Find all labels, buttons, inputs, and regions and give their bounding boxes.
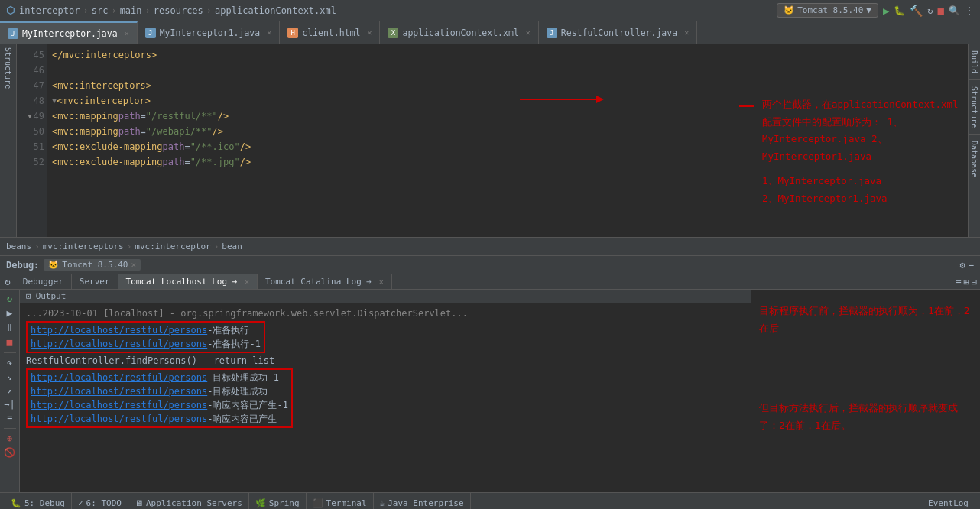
editor-tabs: J MyInterceptor.java ✕ J MyInterceptor1.…: [0, 21, 980, 44]
link-2[interactable]: http://localhost/restful/persons: [31, 339, 207, 349]
debug-action-2[interactable]: ⊞: [964, 277, 969, 287]
annotation-before: 目标程序执行前，拦截器的执行顺为，1在前，2在后: [759, 302, 972, 338]
reload-button[interactable]: ↻: [927, 5, 933, 16]
stop-button[interactable]: ■: [938, 5, 944, 17]
debug-header-controls: ⚙ −: [960, 260, 974, 271]
tab-myinterceptor1[interactable]: J MyInterceptor1.java ✕: [138, 21, 281, 44]
close-server[interactable]: ✕: [131, 260, 136, 270]
debug-action-1[interactable]: ≡: [956, 277, 961, 287]
breadcrumb-beans: beans: [6, 242, 31, 251]
java-icon: J: [8, 28, 18, 39]
run-to-cursor-btn[interactable]: →|: [4, 399, 15, 410]
step-out-btn[interactable]: ↗: [7, 385, 12, 396]
tab-server[interactable]: Server: [72, 274, 118, 289]
output-icon: ⊡: [26, 291, 31, 301]
structure-label[interactable]: Structure: [4, 47, 12, 89]
link-4[interactable]: http://localhost/restful/persons: [31, 386, 207, 397]
java-icon2: J: [145, 28, 156, 38]
todo-icon: ✓: [78, 498, 83, 508]
breadcrumb: beans › mvc:interceptors › mvc:intercept…: [0, 237, 980, 255]
build-button[interactable]: 🔨: [910, 5, 923, 17]
status-todo[interactable]: ✓ 6: TODO: [72, 493, 128, 509]
tomcat-server-label: 🐱 Tomcat 8.5.40 ✕: [44, 259, 141, 271]
search-button[interactable]: 🔍: [949, 5, 960, 16]
tab-close-myinterceptor[interactable]: ✕: [125, 29, 129, 37]
status-debug[interactable]: 🐛 5: Debug: [5, 493, 72, 509]
tab-appcontext[interactable]: X applicationContext.xml ✕: [380, 21, 538, 44]
resume-btn[interactable]: ▶: [7, 307, 13, 319]
status-spring[interactable]: 🌿 Spring: [249, 493, 307, 509]
tab-client[interactable]: H client.html ✕: [280, 21, 380, 44]
code-line-49: <mvc:mapping path="/restful/**"/>: [52, 109, 749, 124]
status-terminal[interactable]: ⬛ Terminal: [307, 493, 374, 509]
code-line-45: </mvc:interceptors>: [52, 47, 749, 63]
close-localhost-log[interactable]: ✕: [245, 277, 249, 286]
console-line-4: http://localhost/restful/persons-目标处理成功: [31, 384, 288, 398]
app-name: interceptor › src › main › resources › a…: [19, 5, 336, 16]
debug-label: Debug:: [6, 260, 39, 271]
java-enterprise-icon: ☕: [380, 498, 385, 508]
line-numbers: 45 46 47 48 ▼49 50 51 52: [17, 44, 47, 237]
run-button[interactable]: ▶: [883, 5, 889, 17]
tab-close-1[interactable]: ✕: [267, 28, 271, 37]
mute-breakpoints-btn[interactable]: 🚫: [4, 447, 15, 458]
tab-restful[interactable]: J RestfulController.java ✕: [539, 21, 697, 44]
stop-debug-btn[interactable]: ■: [7, 336, 13, 348]
console-line-1: http://localhost/restful/persons-准备执行: [31, 323, 261, 337]
tab-close-rest[interactable]: ✕: [684, 28, 689, 37]
debug-tabs-row: ↻ Debugger Server Tomcat Localhost Log →…: [0, 274, 980, 290]
more-button[interactable]: ⋮: [965, 5, 974, 16]
left-gutter: Structure: [0, 44, 17, 237]
app-icon: ⬡: [6, 5, 15, 16]
code-line-47: <mvc:interceptors>: [52, 78, 749, 93]
step-over-btn[interactable]: ↷: [7, 358, 12, 368]
tab-debugger[interactable]: Debugger: [15, 274, 72, 289]
status-app-servers[interactable]: 🖥 Application Servers: [128, 493, 249, 509]
evaluate-btn[interactable]: ≡: [7, 413, 12, 423]
debug-action-3[interactable]: ⊟: [972, 277, 977, 287]
link-6[interactable]: http://localhost/restful/persons: [31, 413, 207, 424]
tab-close-appcontext[interactable]: ✕: [526, 28, 531, 37]
pause-btn[interactable]: ⏸: [5, 322, 15, 333]
annotation-panel: 两个拦截器，在applicationContext.xml配置文件中的配置顺序为…: [754, 44, 968, 237]
console-line-6: http://localhost/restful/persons-响应内容已产生: [31, 412, 288, 426]
tab-tomcat-localhost[interactable]: Tomcat Localhost Log → ✕: [118, 274, 258, 289]
link-1[interactable]: http://localhost/restful/persons: [31, 325, 207, 336]
breadcrumb-interceptors: mvc:interceptors: [43, 242, 124, 251]
server-icon: 🖥: [135, 498, 143, 508]
tomcat-selector[interactable]: 🐱 Tomcat 8.5.40 ▼: [777, 3, 878, 18]
code-line-48: ▼ <mvc:interceptor>: [52, 93, 749, 109]
console-line-plain: RestfulController.findPersons() - return…: [26, 354, 745, 368]
breakpoint-btn[interactable]: ⊛: [7, 433, 12, 444]
refresh-debug-btn[interactable]: ↻: [0, 276, 15, 287]
minimize-icon[interactable]: −: [969, 260, 974, 271]
title-bar-right: 🐱 Tomcat 8.5.40 ▼ ▶ 🐛 🔨 ↻ ■ 🔍 ⋮: [777, 3, 974, 18]
tab-myinterceptor[interactable]: J MyInterceptor.java ✕: [0, 21, 138, 44]
step-into-btn[interactable]: ↘: [7, 371, 12, 382]
terminal-icon: ⬛: [313, 498, 323, 508]
status-java-enterprise[interactable]: ☕ Java Enterprise: [374, 493, 471, 509]
tomcat-icon-debug: 🐱: [48, 260, 59, 270]
code-line-52: <mvc:exclude-mapping path="/**.jpg"/>: [52, 154, 749, 170]
tab-tomcat-catalina[interactable]: Tomcat Catalina Log → ✕: [258, 274, 392, 289]
build-tab[interactable]: Build: [969, 44, 980, 80]
right-side-tabs: Build Structure Database: [968, 44, 980, 237]
restart-btn[interactable]: ↻: [7, 293, 13, 304]
debug-tab-actions: ≡ ⊞ ⊟: [952, 277, 980, 287]
status-bar: 🐛 5: Debug ✓ 6: TODO 🖥 Application Serve…: [0, 492, 980, 509]
output-area: ⊡ Output ...2023-10-01 [localhost] - org…: [20, 290, 751, 492]
code-line-51: <mvc:exclude-mapping path="/**.ico"/>: [52, 139, 749, 154]
xml-icon: X: [388, 28, 398, 38]
breadcrumb-interceptor: mvc:interceptor: [135, 242, 210, 251]
link-3[interactable]: http://localhost/restful/persons: [31, 372, 207, 383]
event-log[interactable]: EventLog: [922, 498, 975, 508]
settings-icon[interactable]: ⚙: [960, 260, 965, 271]
tab-close-client[interactable]: ✕: [367, 28, 372, 37]
status-right: EventLog: [922, 498, 975, 508]
debug-run-button[interactable]: 🐛: [894, 5, 905, 16]
debug-left-toolbar: ↻ ▶ ⏸ ■ ↷ ↘ ↗ →| ≡ ⊛ 🚫: [0, 290, 20, 492]
database-tab[interactable]: Database: [969, 135, 980, 183]
structure-tab[interactable]: Structure: [969, 80, 980, 135]
link-5[interactable]: http://localhost/restful/persons: [31, 400, 207, 410]
close-catalina-log[interactable]: ✕: [379, 277, 384, 286]
